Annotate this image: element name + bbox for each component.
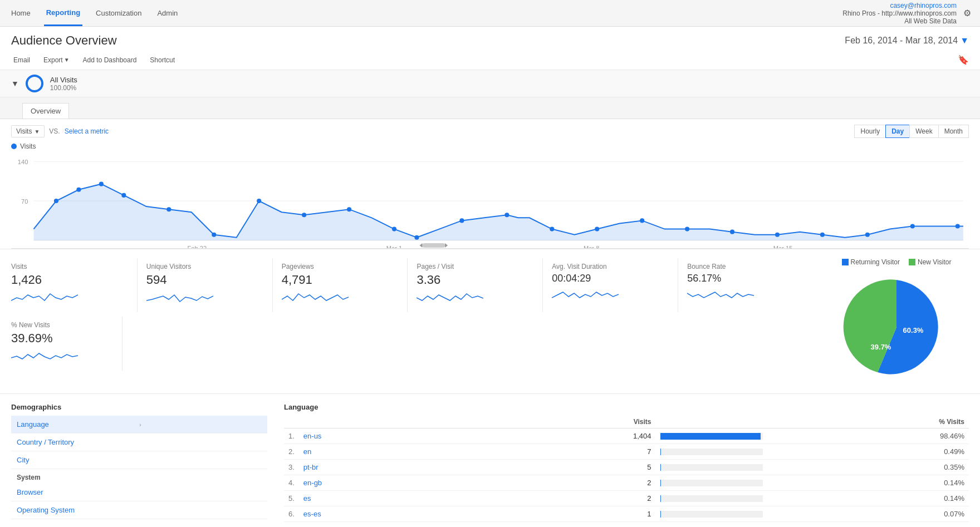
bar-bg <box>660 449 763 455</box>
row-bar <box>656 460 767 475</box>
pie-new-pct: 39.7% <box>871 343 891 351</box>
demo-city-label: City <box>17 456 262 464</box>
time-btn-week[interactable]: Week <box>909 125 938 138</box>
bar-bg <box>660 480 763 486</box>
row-visits: 5 <box>460 460 656 475</box>
user-email[interactable]: casey@rhinopros.com <box>842 2 957 9</box>
demo-language-label: Language <box>17 420 139 429</box>
chart-section: Visits ▼ VS. Select a metric Hourly Day … <box>0 119 980 249</box>
add-dashboard-button[interactable]: Add to Dashboard <box>81 55 139 65</box>
language-table-title: Language <box>284 403 969 411</box>
chart-point <box>347 207 351 211</box>
nav-right: casey@rhinopros.com Rhino Pros - http://… <box>842 2 971 25</box>
user-data-label: All Web Site Data <box>842 17 957 25</box>
scroll-right[interactable] <box>445 243 448 248</box>
chart-point <box>504 213 509 217</box>
stat-visits-label: Visits <box>11 263 128 270</box>
row-lang[interactable]: en-us <box>299 429 460 444</box>
gear-icon[interactable]: ⚙ <box>963 8 971 18</box>
returning-label: Returning Visitor <box>851 258 900 266</box>
nav-reporting[interactable]: Reporting <box>44 1 82 26</box>
table-row: 1. en-us 1,404 98.46% <box>284 429 969 444</box>
tab-overview[interactable]: Overview <box>22 103 69 119</box>
bookmark-icon[interactable]: 🔖 <box>958 55 969 65</box>
export-dropdown-arrow[interactable]: ▼ <box>64 57 70 63</box>
select-metric[interactable]: Select a metric <box>65 127 109 135</box>
table-row: 5. es 2 0.14% <box>284 491 969 506</box>
demo-item-os[interactable]: Operating System <box>11 501 267 519</box>
demo-item-language[interactable]: Language › <box>11 416 267 434</box>
stat-avg-duration: Avg. Visit Duration 00:04:29 <box>543 258 678 312</box>
chart-point <box>121 193 126 198</box>
date-range-arrow[interactable]: ▼ <box>960 36 969 46</box>
lang-table: Visits % Visits 1. en-us 1,404 98.46% 2.… <box>284 416 969 522</box>
segment-label: All Visits <box>50 76 77 84</box>
demo-item-country[interactable]: Country / Territory <box>11 434 267 451</box>
bar-bg <box>660 433 763 440</box>
chart-controls: Visits ▼ VS. Select a metric Hourly Day … <box>11 125 969 138</box>
row-rank: 6. <box>284 506 299 522</box>
demographics-section: Demographics Language › Country / Territ… <box>0 393 980 527</box>
time-btn-month[interactable]: Month <box>938 125 969 138</box>
chart-legend: Visits <box>11 142 969 150</box>
shortcut-button[interactable]: Shortcut <box>148 55 177 65</box>
chart-point <box>166 207 171 211</box>
row-lang[interactable]: es <box>299 491 460 506</box>
stat-new-visits-label: % New Visits <box>11 321 113 329</box>
legend-dot <box>11 144 17 149</box>
row-lang[interactable]: es-es <box>299 506 460 522</box>
scroll-indicator[interactable] <box>423 243 445 248</box>
stat-new-visits-value: 39.69% <box>11 331 113 346</box>
stat-pages-visit-sparkline <box>416 289 483 306</box>
stats-row2: % New Visits 39.69% <box>11 317 813 371</box>
stat-unique-value: 594 <box>146 273 263 287</box>
nav-admin[interactable]: Admin <box>155 1 180 25</box>
language-table: Language Visits % Visits 1. en-us 1,404 <box>284 403 969 522</box>
svg-text:Feb 22: Feb 22 <box>188 245 207 248</box>
stat-bounce-rate-label: Bounce Rate <box>687 263 804 270</box>
pie-legend-returning: Returning Visitor <box>842 258 900 266</box>
chart-point <box>595 227 599 232</box>
chart-point <box>302 213 306 217</box>
chart-point <box>640 218 644 223</box>
nav-customization[interactable]: Customization <box>94 1 144 25</box>
stat-visits: Visits 1,426 <box>11 258 138 312</box>
row-bar <box>656 429 767 444</box>
stat-unique-label: Unique Visitors <box>146 263 263 270</box>
bar-col-header <box>656 416 767 429</box>
date-range[interactable]: Feb 16, 2014 - Mar 18, 2014 ▼ <box>845 36 969 46</box>
row-lang[interactable]: en <box>299 444 460 460</box>
time-btn-hourly[interactable]: Hourly <box>854 125 886 138</box>
email-button[interactable]: Email <box>11 55 32 65</box>
metric-dropdown[interactable]: Visits ▼ <box>11 125 45 137</box>
stat-pageviews-sparkline <box>282 289 349 306</box>
row-rank: 1. <box>284 429 299 444</box>
stat-pages-visit-value: 3.36 <box>416 273 533 287</box>
row-lang[interactable]: en-gb <box>299 475 460 491</box>
time-btn-day[interactable]: Day <box>885 125 910 138</box>
vs-label: VS. <box>49 127 60 135</box>
chart-point <box>685 227 689 232</box>
row-bar <box>656 491 767 506</box>
metric-dropdown-arrow[interactable]: ▼ <box>34 129 40 135</box>
demo-item-city[interactable]: City <box>11 451 267 469</box>
returning-dot <box>842 259 849 265</box>
chart-point <box>459 218 464 223</box>
metric-left: Visits ▼ VS. Select a metric <box>11 125 109 137</box>
segment-pct: 100.00% <box>50 84 77 92</box>
row-rank: 5. <box>284 491 299 506</box>
demo-os-label: Operating System <box>17 506 262 514</box>
stat-bounce-rate-value: 56.17% <box>687 273 804 284</box>
row-pct: 98.46% <box>767 429 969 444</box>
page-header: Audience Overview Feb 16, 2014 - Mar 18,… <box>0 27 980 52</box>
row-lang[interactable]: pt-br <box>299 460 460 475</box>
segment-collapse[interactable]: ▼ <box>11 79 19 88</box>
stat-bounce-rate-sparkline <box>687 287 754 303</box>
pie-chart-section: Returning Visitor New Visitor 60.3% 39.7… <box>824 258 969 385</box>
stat-unique: Unique Visitors 594 <box>138 258 273 312</box>
demo-item-browser[interactable]: Browser <box>11 484 267 501</box>
export-button[interactable]: Export ▼ <box>41 55 72 65</box>
pie-returning-pct: 60.3% <box>903 326 924 334</box>
scroll-left[interactable] <box>420 243 423 248</box>
nav-home[interactable]: Home <box>9 1 33 25</box>
